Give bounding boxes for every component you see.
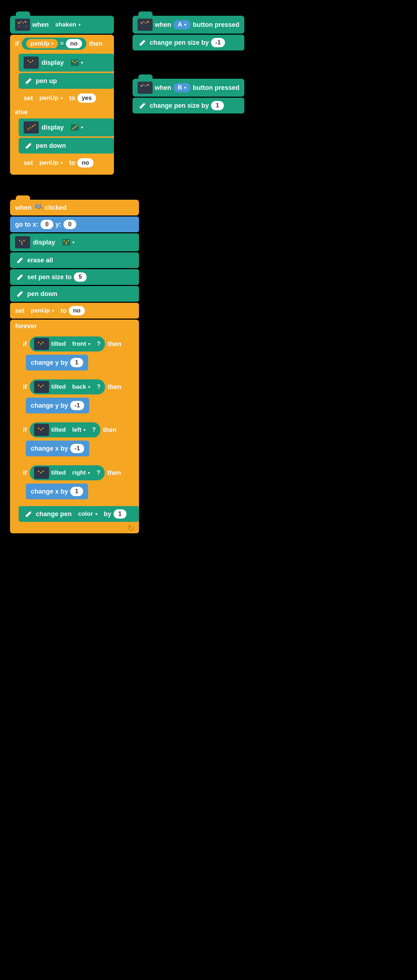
shaken-pill[interactable]: shaken ▾ [51, 20, 85, 29]
button-pressed-label-1: button pressed [193, 21, 239, 29]
pen-up-block-1[interactable]: pen up [19, 73, 114, 89]
svg-point-27 [75, 126, 76, 127]
svg-point-62 [38, 471, 39, 472]
svg-point-26 [73, 127, 75, 129]
svg-rect-34 [139, 83, 151, 92]
pen-size-minus1[interactable]: -1 [211, 38, 225, 47]
condition-tilted-front[interactable]: tilted front ▾ ? [30, 336, 105, 352]
condition-penup-eq-no[interactable]: penUp ▾ = no [22, 38, 86, 50]
group-when-b-pressed: when B ▾ button pressed change pen size … [133, 79, 244, 113]
display-pattern-2[interactable]: ▾ [67, 123, 88, 132]
svg-point-4 [25, 21, 27, 23]
erase-all-block[interactable]: erase all [10, 252, 139, 268]
y-minus1[interactable]: -1 [70, 401, 84, 410]
change-y-plus1[interactable]: change y by 1 [26, 355, 88, 371]
penup-var-3[interactable]: penUp ▾ [27, 306, 58, 315]
change-pen-color-block[interactable]: change pen color ▾ by 1 [19, 506, 139, 522]
by-label: by [104, 511, 112, 518]
penup-var-pill[interactable]: penUp ▾ [26, 39, 58, 48]
y-plus1[interactable]: 1 [70, 358, 83, 367]
hat-when-b-pressed[interactable]: when B ▾ button pressed [133, 79, 244, 97]
display-pattern-1[interactable]: ▾ [67, 58, 88, 67]
svg-point-12 [34, 64, 35, 65]
condition-tilted-back[interactable]: tilted back ▾ ? [30, 379, 105, 395]
hat-when-flag-clicked[interactable]: when 🏁 clicked [10, 200, 139, 215]
set-penup-no-2[interactable]: set penUp ▾ to no [10, 303, 139, 318]
svg-point-3 [22, 22, 24, 24]
to-label-3: to [61, 307, 67, 315]
svg-rect-39 [17, 238, 28, 247]
hat-when-a-pressed[interactable]: when A ▾ button pressed [133, 16, 244, 33]
pen-size-plus1[interactable]: 1 [211, 101, 224, 110]
else-label: else [10, 107, 114, 118]
svg-point-32 [145, 22, 147, 24]
pen-down-label: pen down [36, 142, 66, 150]
penup-var-1[interactable]: penUp ▾ [35, 94, 67, 103]
if-tilted-left: if tilted [19, 420, 139, 462]
svg-point-50 [38, 342, 39, 343]
button-pressed-label-2: button pressed [193, 84, 239, 92]
pen-size-5[interactable]: 5 [74, 272, 87, 282]
display-block-2[interactable]: display ▾ [19, 118, 114, 136]
display-block-1[interactable]: display ▾ [19, 54, 114, 72]
pen-down-block-1[interactable]: pen down [19, 138, 114, 154]
set-penup-yes[interactable]: set penUp ▾ to yes [19, 90, 114, 106]
color-val-1[interactable]: 1 [113, 509, 126, 519]
change-pen-size-plus1[interactable]: change pen size by 1 [133, 98, 244, 113]
yes-value[interactable]: yes [77, 94, 96, 103]
microbit-icon-6 [15, 236, 30, 248]
change-y-minus1[interactable]: change y by -1 [26, 398, 89, 414]
group-when-shaken: when shaken ▾ if penUp ▾ = no then [10, 16, 114, 175]
svg-rect-29 [139, 20, 151, 29]
svg-point-16 [76, 60, 78, 62]
hat-when-shaken[interactable]: when shaken ▾ [10, 16, 114, 33]
x-minus1[interactable]: -1 [70, 444, 84, 453]
no-value[interactable]: no [66, 39, 82, 48]
microbit-icon-4 [137, 19, 153, 31]
front-pill[interactable]: front ▾ [68, 339, 95, 348]
x-value[interactable]: 0 [40, 220, 53, 229]
set-penup-no[interactable]: set penUp ▾ to no [19, 155, 114, 171]
change-pen-size-minus1[interactable]: change pen size by -1 [133, 35, 244, 51]
display-block-3[interactable]: display ▾ [10, 233, 139, 251]
pen-icon-7 [15, 289, 25, 299]
goto-x-y-block[interactable]: go to x: 0 y: 0 [10, 216, 139, 232]
change-x-minus1[interactable]: change x by -1 [26, 441, 89, 457]
left-pill[interactable]: left ▾ [68, 425, 90, 434]
svg-point-55 [40, 386, 42, 388]
display-label-3: display [33, 239, 55, 246]
x-plus1[interactable]: 1 [70, 487, 83, 496]
forever-block: forever if [10, 320, 139, 533]
when-label: when [32, 21, 49, 29]
no-value-3[interactable]: no [69, 306, 85, 315]
back-pill[interactable]: back ▾ [68, 382, 95, 391]
pen-down-block-2[interactable]: pen down [10, 286, 139, 302]
if-label-5: if [23, 469, 27, 477]
display-pattern-3[interactable]: ▾ [58, 238, 79, 247]
right-pill[interactable]: right ▾ [68, 468, 94, 477]
pen-icon-6 [15, 272, 25, 282]
svg-rect-24 [71, 124, 79, 130]
when-label-4: when [15, 204, 32, 212]
q-label-1: ? [97, 340, 100, 348]
svg-point-6 [26, 26, 27, 27]
color-pill[interactable]: color ▾ [74, 509, 102, 519]
group-when-flag-clicked: when 🏁 clicked go to x: 0 y: 0 [10, 200, 139, 533]
svg-point-22 [32, 126, 33, 127]
q-label-2: ? [97, 383, 100, 390]
svg-point-5 [18, 26, 20, 27]
no-value-2[interactable]: no [77, 158, 94, 167]
svg-point-52 [42, 342, 44, 343]
pen-icon-5 [15, 255, 25, 265]
button-b-pill[interactable]: B ▾ [173, 83, 190, 92]
penup-var-2[interactable]: penUp ▾ [35, 158, 67, 167]
condition-tilted-left[interactable]: tilted left ▾ ? [30, 422, 100, 438]
button-a-pill[interactable]: A ▾ [173, 20, 190, 29]
y-value[interactable]: 0 [64, 220, 76, 229]
set-pen-size-block[interactable]: set pen size to 5 [10, 269, 139, 285]
svg-point-54 [38, 385, 39, 386]
svg-point-31 [143, 21, 144, 22]
svg-point-1 [18, 22, 20, 24]
condition-tilted-right[interactable]: tilted right ▾ ? [30, 465, 105, 480]
change-x-plus1[interactable]: change x by 1 [26, 484, 88, 499]
